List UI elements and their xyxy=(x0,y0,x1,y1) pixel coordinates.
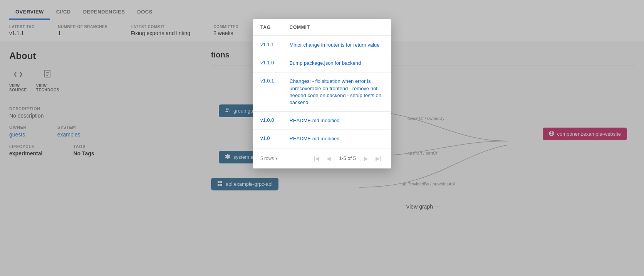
table-row: v1.1.0Bump package.json for backend xyxy=(253,54,391,72)
commit-cell-2[interactable]: Changes: - fix situation when error is u… xyxy=(282,72,391,112)
commit-cell-4[interactable]: README.md modified xyxy=(282,130,391,148)
tag-cell-1[interactable]: v1.1.0 xyxy=(253,54,282,72)
commit-cell-0[interactable]: Minor change in router.ts for return val… xyxy=(282,36,391,54)
table-row: v1.0.0README.md modified xyxy=(253,112,391,130)
prev-page-button[interactable]: ◀ xyxy=(324,153,334,164)
rows-per-page-value: 5 rows xyxy=(260,156,274,161)
tag-cell-0[interactable]: v1.1.1 xyxy=(253,36,282,54)
rows-per-page-select[interactable]: 5 rows ▾ xyxy=(260,156,278,161)
tag-cell-4[interactable]: v1.0 xyxy=(253,130,282,148)
table-row: v1.0.1Changes: - fix situation when erro… xyxy=(253,72,391,112)
tag-commit-modal: TAG COMMIT v1.1.1Minor change in router.… xyxy=(253,19,391,168)
modal-footer: 5 rows ▾ |◀ ◀ 1-5 of 5 ▶ ▶| xyxy=(253,148,391,168)
rows-dropdown-icon: ▾ xyxy=(275,156,278,161)
commit-cell-1[interactable]: Bump package.json for backend xyxy=(282,54,391,72)
pagination: |◀ ◀ 1-5 of 5 ▶ ▶| xyxy=(311,153,384,164)
tag-commit-table: TAG COMMIT v1.1.1Minor change in router.… xyxy=(253,19,391,148)
col-tag-header: TAG xyxy=(253,19,282,36)
first-page-button[interactable]: |◀ xyxy=(311,153,322,164)
next-page-button[interactable]: ▶ xyxy=(361,153,371,164)
last-page-button[interactable]: ▶| xyxy=(373,153,384,164)
table-row: v1.0README.md modified xyxy=(253,130,391,148)
tag-cell-3[interactable]: v1.0.0 xyxy=(253,112,282,130)
pagination-info: 1-5 of 5 xyxy=(336,155,359,161)
table-row: v1.1.1Minor change in router.ts for retu… xyxy=(253,36,391,54)
commit-cell-3[interactable]: README.md modified xyxy=(282,112,391,130)
col-commit-header: COMMIT xyxy=(282,19,391,36)
tag-cell-2[interactable]: v1.0.1 xyxy=(253,72,282,112)
